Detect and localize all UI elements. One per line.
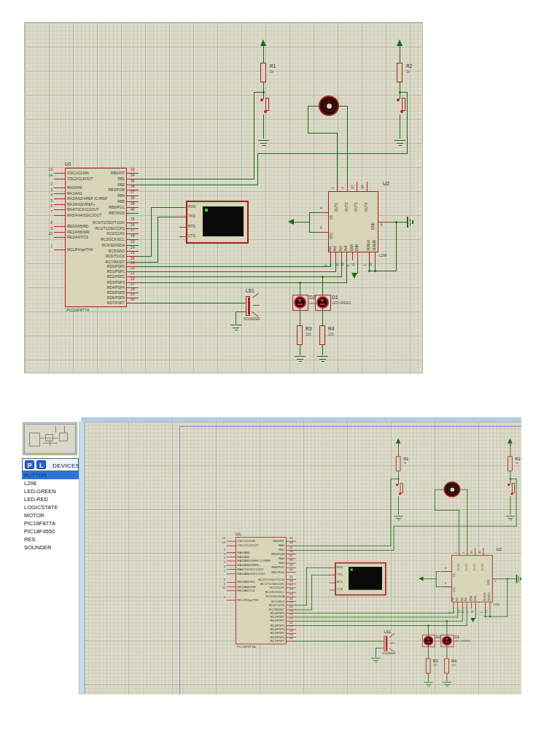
push-button[interactable] [265,98,269,111]
device-list-item[interactable]: MOTOR [22,511,79,519]
pin-name: RE2/AN7/CS [238,589,255,592]
label: OUT3 [473,564,476,570]
pin-name: RA3/AN3/VREF+ [67,203,96,206]
pin-stub [179,217,187,217]
pin-number: 37 [131,190,135,194]
pin-number: 22 [131,277,135,281]
resistor-r1[interactable] [260,63,266,82]
terminal-cursor [351,568,353,570]
ground-icon [520,578,521,581]
power-arrow-icon [288,219,294,225]
pin-number: 14 [216,541,225,544]
pin-number: 15 [131,217,135,221]
device-list-item[interactable]: LED-RED [22,495,79,503]
resistor-r1[interactable] [396,456,401,471]
wire [308,106,319,107]
wire [510,496,510,514]
sheet-border-left [179,426,180,694]
pin-name: RD5/PSP5 [107,291,125,295]
device-list-item[interactable]: BUTTON [22,471,79,479]
pin-stub [179,236,187,237]
push-button[interactable] [400,483,403,493]
resistor-r4[interactable] [444,659,449,674]
preview-sketch-shape [64,426,65,433]
label: 2 [332,187,335,189]
device-list[interactable]: BUTTONL298LED-GREENLED-REDLOGICSTATEMOTO… [22,471,79,694]
pin-number: 35 [289,546,293,549]
pin-number: 30 [289,637,293,640]
pin-stub [475,548,475,556]
pin-name: RA5/AN4/SS/C2OUT [238,572,266,575]
ground-arrow-icon [351,273,357,279]
pin-number: 21 [289,617,293,620]
pin-number: 39 [289,563,293,566]
u2-part: L298 [494,604,499,606]
component-preview-window[interactable] [23,422,77,455]
wire [158,217,158,263]
pin-number: 10 [41,232,52,236]
pin-number: 36 [289,550,293,553]
device-list-item[interactable]: L298 [22,479,79,487]
pin-number: 13 [41,168,52,171]
sidebar-scrollbar[interactable] [79,422,85,694]
device-list-item[interactable]: LOGICSTATE [22,503,79,511]
pin-number: 2 [41,182,52,186]
ground-icon [317,356,328,357]
pin-stub [287,572,296,573]
resistor-r2[interactable] [508,456,513,471]
device-list-item[interactable]: RES [22,535,79,543]
push-button[interactable] [402,98,405,111]
pin-number: 2 [216,549,225,551]
preview-sketch-shape [59,433,68,441]
push-button[interactable] [512,483,515,493]
pin-number: 33 [131,168,135,171]
pin-name: RB5 [279,562,284,565]
pin-number: 4 [445,568,446,570]
pin-number: 30 [131,298,135,301]
pin-stub [330,590,335,591]
pin-name: RA1/AN1 [238,555,250,558]
resistor-r3[interactable] [297,325,303,345]
u1-part: PIC16F877A [66,309,90,313]
pin-stub [227,546,236,546]
u2-chip[interactable] [328,191,378,252]
pin-stub [179,227,187,228]
device-list-item[interactable]: PIC16F877A [22,519,79,527]
ground-icon [297,359,303,360]
pin-number: 8 [381,224,383,228]
pin-number: 25 [289,601,293,604]
wire [295,605,307,605]
device-list-item[interactable]: PIC18F4550 [22,527,79,535]
pin-stub [227,552,236,553]
u2-part: L298 [379,255,386,258]
pick-devices-button[interactable]: P [25,460,34,469]
library-button[interactable]: L [36,460,46,469]
pin-stub [54,209,66,210]
device-list-item[interactable]: LED-GREEN [22,487,79,495]
wire [400,92,408,93]
ground-icon [258,140,269,141]
resistor-value: 1k [270,71,273,74]
pin-stub [227,569,236,570]
pin-number: 24 [289,597,293,600]
wire [293,222,310,222]
pin-number: 27 [289,625,293,628]
wire [138,271,336,272]
label: 1 [481,611,483,613]
device-list-item[interactable]: SOUNDER [22,543,79,551]
resistor-r3[interactable] [426,659,431,674]
pin-number: 22 [289,622,293,624]
pin-number: 1 [216,596,225,599]
label: SENSA [368,240,371,251]
preview-sketch-shape [55,426,56,433]
u2-ref: U2 [497,547,502,551]
pin-stub [127,213,139,214]
pin-number: 39 [131,202,135,206]
wire [435,489,444,490]
devices-header-label: DEVICES [52,462,79,469]
resistor-r2[interactable] [397,63,402,82]
resistor-r4[interactable] [319,325,325,345]
led-symbol [298,299,302,303]
wire [308,133,338,133]
junction-dot [374,270,376,272]
